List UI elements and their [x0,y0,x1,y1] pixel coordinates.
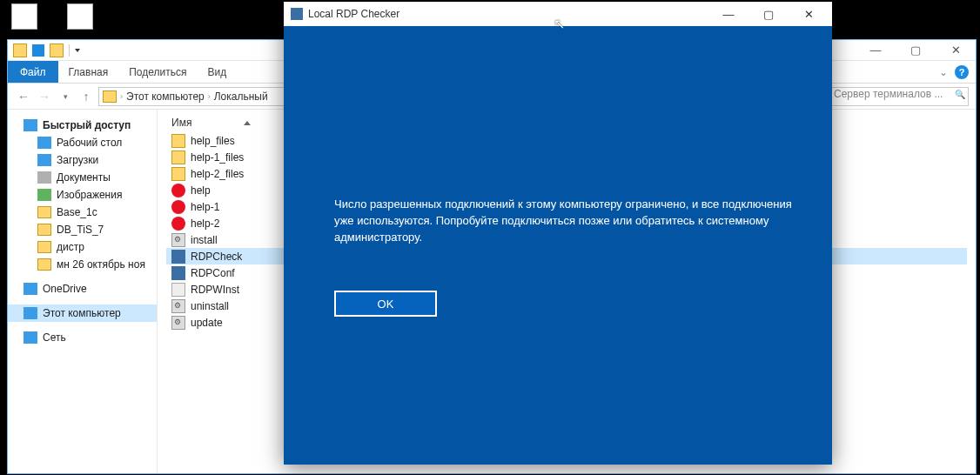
cloud-icon [23,283,37,295]
file-name: help-2_files [191,168,244,180]
dialog-title-text: Local RDP Checker [308,8,399,20]
divider [69,44,70,57]
quick-access-toolbar [13,43,80,57]
sidebar-item-dbtis[interactable]: DB_TiS_7 [8,221,157,238]
rdp-icon [171,250,185,264]
folder-icon [37,241,51,253]
folder-icon [37,206,51,218]
sidebar-item-distr[interactable]: дистр [8,238,157,256]
bat-icon [171,233,185,247]
recent-dropdown-icon[interactable]: ▾ [57,88,74,105]
sidebar-item-base1c[interactable]: Base_1c [8,204,157,221]
opera-icon [171,200,185,214]
sidebar-label: Быстрый доступ [43,119,131,131]
help-icon[interactable]: ? [955,65,969,79]
desktop-icon[interactable] [5,3,44,30]
sidebar-label: Base_1c [57,206,97,218]
file-name: uninstall [191,300,229,312]
file-name: help-1 [191,201,219,213]
qa-dropdown-icon[interactable] [75,49,80,52]
close-button[interactable]: ✕ [936,40,976,61]
dialog-window-controls: — ▢ ✕ [708,2,829,26]
desktop-icon [37,137,51,149]
sidebar-item-onedrive[interactable]: OneDrive [8,280,157,298]
sidebar-label: Загрузки [57,154,98,166]
navigation-pane: Быстрый доступ Рабочий стол Загрузки Док… [8,110,158,473]
window-controls: — ▢ ✕ [856,40,976,61]
search-input[interactable]: Сервер терминалов ... [829,87,969,106]
qa-button[interactable] [50,43,64,57]
collapse-ribbon-icon[interactable]: ⌄ [939,66,948,78]
crumb-this-pc[interactable]: Этот компьютер [126,90,205,103]
sort-asc-icon [244,121,251,125]
up-button[interactable]: ↑ [77,88,95,105]
sidebar-item-desktop[interactable]: Рабочий стол [8,134,157,151]
picture-icon [37,189,51,201]
crumb-drive[interactable]: Локальный [214,90,268,103]
file-name: help [191,184,211,197]
chevron-right-icon[interactable]: › [208,92,211,101]
maximize-button[interactable]: ▢ [896,40,936,61]
back-button[interactable]: ← [15,88,32,105]
bat-icon [171,299,185,313]
opera-icon [171,217,185,231]
folder-icon [37,224,51,236]
sidebar-label: дистр [57,241,84,253]
star-icon [23,119,37,131]
sidebar-label: DB_TiS_7 [57,224,104,236]
network-icon [23,331,37,344]
file-name: update [191,317,223,329]
chevron-right-icon[interactable]: › [120,92,123,101]
pc-icon [23,307,37,319]
sidebar-item-mn26[interactable]: мн 26 октябрь ноя [8,256,157,273]
dialog-titlebar[interactable]: Local RDP Checker — ▢ ✕ [284,2,832,26]
file-name: install [191,234,218,246]
sidebar-label: Сеть [43,331,66,344]
folder-icon [171,151,185,164]
maximize-button[interactable]: ▢ [748,2,789,26]
folder-icon[interactable] [13,43,27,57]
opera-icon [171,184,185,197]
sidebar-label: Документы [57,171,111,184]
file-name: RDPConf [191,267,235,279]
app-icon [291,8,303,20]
sidebar-label: Рабочий стол [57,137,122,149]
minimize-button[interactable]: — [856,40,896,61]
tab-home[interactable]: Главная [58,61,119,83]
sidebar-label: мн 26 октябрь ноя [57,258,145,271]
sidebar-label: Этот компьютер [43,307,121,319]
dialog-body: Число разрешенных подключений к этому ко… [284,26,832,465]
download-icon [37,154,51,166]
sidebar-item-pictures[interactable]: Изображения [8,186,157,204]
sidebar-item-downloads[interactable]: Загрузки [8,151,157,169]
bat-icon [171,316,185,330]
desktop-icon[interactable] [61,3,99,30]
minimize-button[interactable]: — [708,2,748,26]
file-name: RDPWInst [191,284,239,296]
tab-file[interactable]: Файл [8,61,58,83]
document-icon [37,171,51,184]
column-header-label: Имя [171,117,191,129]
file-name: help-2 [191,217,219,230]
folder-icon [171,167,185,181]
qa-button[interactable] [32,44,44,57]
forward-button[interactable]: → [36,88,53,105]
exe-icon [171,283,185,297]
folder-icon [103,90,117,103]
sidebar-item-quick-access[interactable]: Быстрый доступ [8,117,157,134]
sidebar-item-documents[interactable]: Документы [8,169,157,186]
tab-view[interactable]: Вид [197,61,237,83]
sidebar-label: Изображения [57,189,122,201]
file-name: help_files [191,135,235,147]
tab-share[interactable]: Поделиться [118,61,197,83]
sidebar-label: OneDrive [43,283,87,295]
sidebar-item-network[interactable]: Сеть [8,329,157,346]
sidebar-item-this-pc[interactable]: Этот компьютер [8,304,157,322]
rdp-icon [171,266,185,280]
file-name: RDPCheck [191,251,242,263]
rdp-checker-dialog: Local RDP Checker — ▢ ✕ Число разрешенны… [284,2,832,465]
folder-icon [37,258,51,271]
ok-button[interactable]: OK [334,291,437,317]
close-button[interactable]: ✕ [789,2,829,26]
file-name: help-1_files [191,151,244,164]
